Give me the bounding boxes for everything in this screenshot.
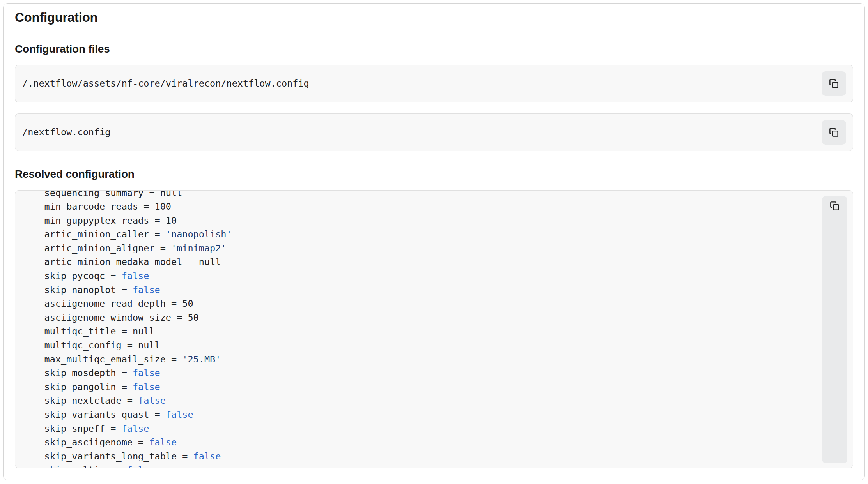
- code-line: asciigenome_window_size = 50: [22, 311, 822, 325]
- code-line: skip_nanoplot = false: [22, 283, 822, 297]
- resolved-configuration-box[interactable]: sequencing_summary = null min_barcode_re…: [15, 190, 853, 468]
- panel-header: Configuration: [4, 4, 864, 32]
- code-line: artic_minion_caller = 'nanopolish': [22, 228, 822, 242]
- code-line: artic_minion_medaka_model = null: [22, 255, 822, 269]
- code-line: artic_minion_aligner = 'minimap2': [22, 242, 822, 256]
- copy-icon: [829, 78, 839, 89]
- code-line: skip_pangolin = false: [22, 380, 822, 394]
- code-line: skip_variants_quast = false: [22, 408, 822, 422]
- code-line: skip_nextclade = false: [22, 394, 822, 408]
- code-line: multiqc_title = null: [22, 325, 822, 339]
- page-title: Configuration: [15, 10, 97, 25]
- copy-button[interactable]: [822, 71, 846, 96]
- copy-button[interactable]: [822, 196, 847, 463]
- config-file-box: /.nextflow/assets/nf-core/viralrecon/nex…: [15, 65, 853, 102]
- panel-body: Configuration files /.nextflow/assets/nf…: [4, 42, 864, 468]
- code-line: min_barcode_reads = 100: [22, 200, 822, 214]
- config-file-box: /nextflow.config: [15, 113, 853, 151]
- config-file-path: /nextflow.config: [22, 127, 822, 138]
- copy-button[interactable]: [822, 120, 846, 145]
- code-line: skip_snpeff = false: [22, 422, 822, 436]
- copy-icon: [829, 201, 840, 211]
- code-line: skip_variants_long_table = false: [22, 450, 822, 464]
- code-line: skip_mosdepth = false: [22, 366, 822, 380]
- resolved-configuration-heading: Resolved configuration: [15, 168, 853, 181]
- configuration-panel: Configuration Configuration files /.next…: [3, 3, 865, 480]
- code-line: skip_asciigenome = false: [22, 436, 822, 450]
- resolved-configuration-code: sequencing_summary = null min_barcode_re…: [15, 190, 822, 468]
- copy-icon: [829, 127, 839, 138]
- config-file-path: /.nextflow/assets/nf-core/viralrecon/nex…: [22, 78, 822, 89]
- code-line: min_guppyplex_reads = 10: [22, 214, 822, 228]
- code-line: max_multiqc_email_size = '25.MB': [22, 353, 822, 367]
- configuration-files-heading: Configuration files: [15, 42, 853, 56]
- code-line: skip_multiqc = false: [22, 463, 822, 468]
- code-line: asciigenome_read_depth = 50: [22, 297, 822, 311]
- code-line: skip_pycoqc = false: [22, 269, 822, 283]
- code-line: multiqc_config = null: [22, 339, 822, 353]
- code-line: sequencing_summary = null: [22, 190, 822, 200]
